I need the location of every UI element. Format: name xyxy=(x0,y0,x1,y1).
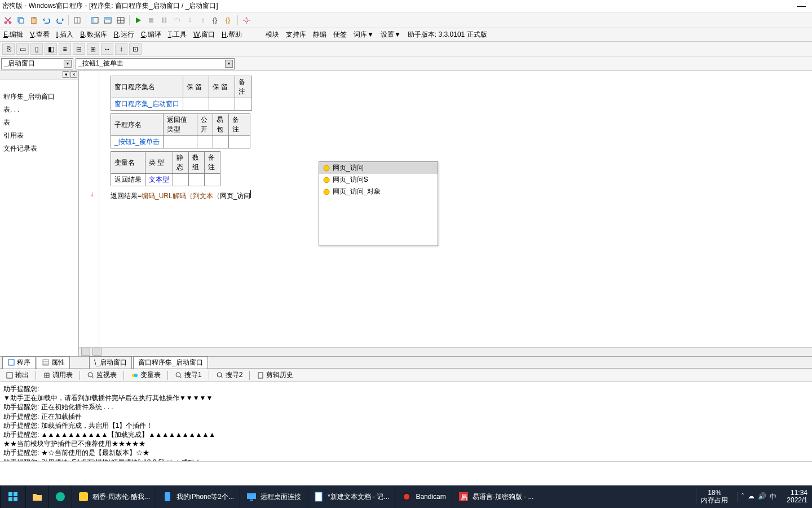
tool-icon[interactable]: ↕ xyxy=(115,43,127,55)
task-eyuyan[interactable]: 易易语言-加密狗版 - ... xyxy=(452,485,540,508)
tool-icon[interactable]: ⊟ xyxy=(73,43,85,55)
scroll-right-icon[interactable] xyxy=(92,348,102,356)
tool-icon[interactable]: ◧ xyxy=(45,43,57,55)
layout3-icon[interactable] xyxy=(115,15,126,26)
tree-item[interactable]: 程序集_启动窗口 xyxy=(1,90,77,103)
toolbar-main: {} {} xyxy=(0,12,812,28)
step-out-icon[interactable] xyxy=(197,15,209,26)
tab-search1[interactable]: 搜寻1 xyxy=(171,369,205,381)
menu-edit[interactable]: E.编辑 xyxy=(3,30,23,40)
menu-help[interactable]: H.帮助 xyxy=(222,30,242,40)
tree-item[interactable]: 表. . . xyxy=(1,103,77,116)
autocomplete-item[interactable]: 网页_访问_对象 xyxy=(319,186,438,198)
layout1-icon[interactable] xyxy=(89,15,100,26)
tree-item[interactable]: 引用表 xyxy=(1,129,77,142)
menu-settings[interactable]: 设置▼ xyxy=(381,30,401,40)
start-button[interactable] xyxy=(0,485,25,508)
svg-rect-14 xyxy=(165,17,166,23)
menu-view[interactable]: V.查看 xyxy=(30,30,49,40)
tab-vars[interactable]: 变量表 xyxy=(127,369,164,381)
cut-icon[interactable] xyxy=(2,15,14,26)
tool-icon[interactable]: ⊞ xyxy=(87,43,99,55)
step-over-icon[interactable] xyxy=(171,15,183,26)
tab-calls[interactable]: 调用表 xyxy=(39,369,76,381)
minimize-button[interactable]: — xyxy=(793,1,810,11)
clock[interactable]: 11:34 2022/1 xyxy=(784,489,810,504)
brackets-icon[interactable]: {} xyxy=(210,15,222,26)
menu-run[interactable]: R.运行 xyxy=(114,30,134,40)
menu-compile[interactable]: C.编译 xyxy=(141,30,161,40)
td[interactable]: 文本型 xyxy=(145,174,173,186)
code-line[interactable]: ↓ 返回结果=编码_URL解码（到文本（网页_访问 xyxy=(111,189,805,202)
braces-icon[interactable]: {} xyxy=(223,15,235,26)
menu-notes[interactable]: 便签 xyxy=(333,30,347,40)
task-notepad[interactable]: *新建文本文档 - 记... xyxy=(307,485,395,508)
menu-static[interactable]: 静编 xyxy=(313,30,326,40)
tab-clip-history[interactable]: 剪辑历史 xyxy=(253,369,297,381)
chevron-down-icon[interactable]: ▾ xyxy=(64,60,72,68)
task-music[interactable]: 稻香-周杰伦-酷我... xyxy=(72,485,156,508)
tool-icon[interactable]: ▭ xyxy=(16,43,29,55)
tool-icon[interactable]: ⎘ xyxy=(2,43,15,55)
tool-icon[interactable]: ▯ xyxy=(30,43,43,55)
separator xyxy=(123,371,124,380)
toolbar-secondary: ⎘ ▭ ▯ ◧ ≡ ⊟ ⊞ ↔ ↕ ⊡ xyxy=(0,42,812,56)
tab-properties[interactable]: 属性 xyxy=(37,356,70,369)
td[interactable]: _按钮1_被单击 xyxy=(111,136,164,148)
menu-tools[interactable]: T.工具 xyxy=(168,30,187,40)
stop-icon[interactable] xyxy=(145,15,157,26)
menu-window[interactable]: W.窗口 xyxy=(193,30,215,40)
combo-subroutine[interactable]: _按钮1_被单击 ▾ xyxy=(76,58,235,69)
task-rdp[interactable]: 远程桌面连接 xyxy=(240,485,307,508)
horizontal-scrollbar[interactable] xyxy=(79,347,812,356)
tab-search2[interactable]: 搜寻2 xyxy=(213,369,246,381)
editor-canvas[interactable]: 窗口程序集名保 留保 留备 注 窗口程序集_启动窗口 子程序名返回值类型公开易包… xyxy=(79,71,812,347)
scroll-left-icon[interactable] xyxy=(81,348,90,356)
sidebar-close-icon[interactable]: × xyxy=(70,71,77,78)
menu-wordlib[interactable]: 词库▼ xyxy=(354,30,374,40)
book-icon[interactable] xyxy=(72,15,83,26)
layout2-icon[interactable] xyxy=(102,15,113,26)
tool-icon[interactable]: ≡ xyxy=(59,43,71,55)
tool-icon[interactable]: ⊡ xyxy=(129,43,142,55)
ime-indicator[interactable]: 中 xyxy=(770,492,776,502)
undo-icon[interactable] xyxy=(41,15,52,26)
memory-indicator[interactable]: 18% 内存占用 xyxy=(696,489,732,504)
tool-icon[interactable]: ↔ xyxy=(101,43,113,55)
combo-window[interactable]: _启动窗口 ▾ xyxy=(1,58,73,69)
settings-icon[interactable] xyxy=(241,15,252,26)
paste-icon[interactable] xyxy=(28,15,39,26)
tree-item[interactable]: 表 xyxy=(1,116,77,129)
autocomplete-item[interactable]: 网页_访问 xyxy=(319,162,438,174)
tray-up-icon[interactable]: ˄ xyxy=(741,492,744,502)
task-phone[interactable]: 我的iPhone等2个... xyxy=(156,485,240,508)
autocomplete-item[interactable]: 网页_访问S xyxy=(319,174,438,186)
var-icon xyxy=(131,371,139,379)
output-panel[interactable]: 助手提醒您: ▼助手正在加载中，请看到加载插件完毕后在执行其他操作▼▼▼▼▼ 助… xyxy=(0,382,812,461)
task-bandicam[interactable]: Bandicam xyxy=(395,485,451,508)
editor-tab-active[interactable]: 窗口程序集_启动窗口 xyxy=(133,356,208,369)
td[interactable]: 窗口程序集_启动窗口 xyxy=(111,98,183,111)
run-icon[interactable] xyxy=(133,15,144,26)
step-into-icon[interactable] xyxy=(184,15,196,26)
menu-module[interactable]: 模块 xyxy=(266,30,279,40)
sidebar-pin-icon[interactable]: ▾ xyxy=(63,71,69,78)
pause-icon[interactable] xyxy=(158,15,170,26)
chevron-down-icon[interactable]: ▾ xyxy=(225,60,233,68)
copy-icon[interactable] xyxy=(15,15,27,26)
volume-icon[interactable]: 🔊 xyxy=(758,492,766,502)
tab-program[interactable]: 程序 xyxy=(2,356,36,369)
menu-support[interactable]: 支持库 xyxy=(286,30,306,40)
svg-point-17 xyxy=(245,19,248,22)
task-explorer[interactable] xyxy=(25,485,48,508)
td[interactable]: 返回结果 xyxy=(111,174,145,186)
tab-output[interactable]: 输出 xyxy=(2,369,32,381)
redo-icon[interactable] xyxy=(54,15,65,26)
editor-tab[interactable]: \_启动窗口 xyxy=(89,356,132,369)
tree-item[interactable]: 文件记录表 xyxy=(1,142,77,155)
task-edge[interactable] xyxy=(48,485,72,508)
tab-watch[interactable]: 监视表 xyxy=(83,369,120,381)
menu-insert[interactable]: I.插入 xyxy=(56,30,74,40)
cloud-icon[interactable]: ☁ xyxy=(748,492,754,502)
menu-database[interactable]: B.数据库 xyxy=(80,30,107,40)
